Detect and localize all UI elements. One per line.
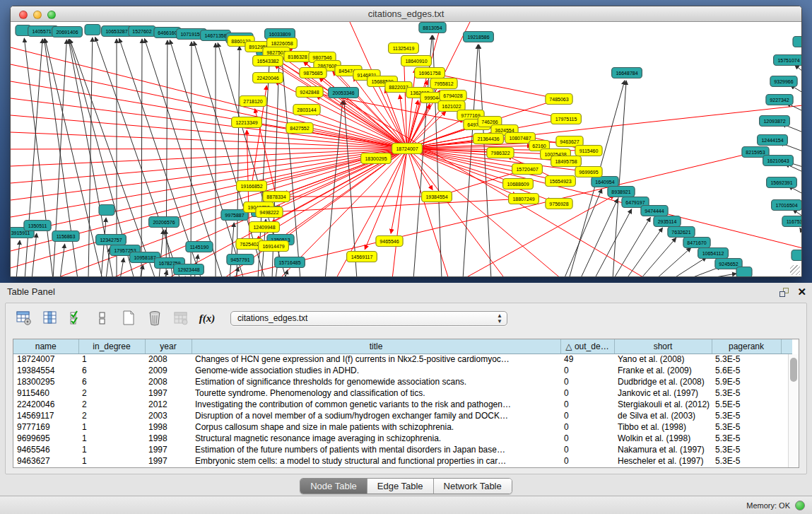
- graph-node[interactable]: 8813054: [419, 23, 446, 33]
- table-cell[interactable]: 18724007: [13, 354, 78, 365]
- table-cell[interactable]: Wolkin et al. (1998): [614, 433, 712, 444]
- table-cell[interactable]: 5.9E-5: [712, 376, 781, 387]
- graph-node[interactable]: 8427552: [286, 123, 313, 134]
- graph-node[interactable]: 9115460: [575, 146, 602, 156]
- table-cell[interactable]: 9463627: [13, 455, 78, 467]
- graph-node[interactable]: 12213349: [232, 117, 262, 128]
- table-cell[interactable]: 2: [78, 387, 145, 399]
- table-cell[interactable]: 0: [560, 376, 614, 387]
- graph-node[interactable]: 9756928: [546, 199, 572, 209]
- table-cell[interactable]: 2008: [145, 376, 192, 387]
- table-cell[interactable]: 2012: [145, 399, 192, 410]
- graph-node[interactable]: 8471670: [683, 238, 710, 248]
- table-row[interactable]: 977716911998Corpus callosum shape and si…: [13, 421, 792, 433]
- table-cell[interactable]: 5.3E-5: [712, 421, 781, 433]
- table-cell[interactable]: 1998: [145, 433, 192, 444]
- graph-node[interactable]: 2803144: [293, 105, 320, 115]
- table-cell[interactable]: 9699695: [13, 433, 78, 444]
- table-cell[interactable]: Estimation of significance thresholds fo…: [192, 376, 560, 387]
- graph-node[interactable]: 15751074: [774, 55, 801, 66]
- table-cell[interactable]: 5.3E-5: [712, 444, 781, 455]
- graph-node[interactable]: [85, 25, 100, 35]
- row-height-icon[interactable]: [94, 310, 111, 327]
- column-checklist-icon[interactable]: [68, 310, 85, 327]
- table-cell[interactable]: 9465546: [13, 444, 78, 455]
- table-settings-icon[interactable]: [16, 310, 33, 327]
- graph-node[interactable]: 8938921: [608, 187, 635, 197]
- graph-node[interactable]: [736, 267, 752, 277]
- graph-node[interactable]: 9474444: [641, 206, 668, 216]
- column-header-4[interactable]: △ out_de…: [560, 339, 614, 354]
- graph-node[interactable]: [793, 37, 801, 47]
- table-cell[interactable]: Hescheler et al. (1997): [614, 455, 712, 467]
- table-cell[interactable]: Estimation of the future numbers of pati…: [192, 444, 560, 455]
- table-row[interactable]: 1456911722003Disruption of a novel membe…: [13, 410, 792, 421]
- table-cell[interactable]: Disruption of a novel member of a sodium…: [192, 410, 560, 421]
- table-cell[interactable]: 22420046: [13, 399, 78, 410]
- table-row[interactable]: 2242004622012Investigating the contribut…: [13, 399, 792, 410]
- column-header-5[interactable]: short: [614, 339, 712, 354]
- table-cell[interactable]: Structural magnetic resonance image aver…: [192, 433, 560, 444]
- close-panel-icon[interactable]: ✕: [797, 287, 806, 297]
- graph-node[interactable]: 9329966: [770, 76, 797, 87]
- table-row[interactable]: 946554611997Estimation of the future num…: [13, 444, 792, 455]
- graph-node[interactable]: 1145190: [186, 242, 213, 252]
- graph-node[interactable]: 15654923: [546, 176, 576, 187]
- graph-node[interactable]: 16210643: [763, 156, 794, 166]
- table-cell[interactable]: Tourette syndrome. Phenomenology and cla…: [192, 387, 560, 399]
- graph-node[interactable]: 10654112: [698, 248, 729, 259]
- window-resize-grip[interactable]: [790, 265, 800, 275]
- table-cell[interactable]: 1: [78, 455, 145, 467]
- column-header-1[interactable]: in_degree: [78, 339, 145, 354]
- graph-node[interactable]: 15720407: [512, 164, 543, 175]
- graph-node[interactable]: 1640954: [592, 177, 618, 187]
- graph-node[interactable]: 9699695: [575, 167, 602, 177]
- graph-node[interactable]: 18640910: [401, 56, 432, 66]
- table-cell[interactable]: 0: [560, 399, 614, 410]
- table-cell[interactable]: 2: [78, 399, 145, 410]
- table-cell[interactable]: 1: [78, 444, 145, 455]
- table-select-dropdown[interactable]: citations_edges.txt ▲▼: [230, 311, 507, 326]
- graph-node[interactable]: 10688609: [503, 179, 534, 189]
- graph-node[interactable]: 9457791: [227, 255, 254, 265]
- table-cell[interactable]: 0: [560, 444, 614, 455]
- table-cell[interactable]: Genome-wide association studies in ADHD.: [192, 365, 560, 376]
- graph-node[interactable]: 18495758: [551, 156, 582, 167]
- column-header-2[interactable]: year: [145, 339, 192, 354]
- graph-node[interactable]: 16543382: [253, 56, 283, 66]
- table-cell[interactable]: Nakamura et al. (1997): [614, 444, 712, 455]
- graph-node[interactable]: 18300295: [361, 153, 392, 164]
- graph-node[interactable]: 16914479: [259, 241, 289, 252]
- graph-node[interactable]: 10653287: [102, 26, 132, 37]
- table-cell[interactable]: Embryonic stem cells: a model to study s…: [192, 455, 560, 467]
- table-cell[interactable]: 1997: [145, 387, 192, 399]
- column-header-3[interactable]: title: [192, 339, 560, 354]
- graph-node[interactable]: 17975115: [551, 114, 582, 124]
- graph-node[interactable]: 1167533: [782, 216, 801, 227]
- graph-node[interactable]: 12444154: [758, 135, 788, 146]
- graph-node[interactable]: 2718120: [240, 96, 266, 107]
- graph-node[interactable]: 12409948: [249, 222, 280, 233]
- tab-node-table[interactable]: Node Table: [300, 479, 367, 493]
- table-cell[interactable]: 1998: [145, 421, 192, 433]
- table-cell[interactable]: 0: [560, 421, 614, 433]
- graph-node[interactable]: 7986322: [487, 148, 514, 158]
- table-cell[interactable]: 5.3E-5: [712, 455, 781, 467]
- graph-node[interactable]: 1350511: [24, 221, 51, 231]
- graph-node[interactable]: 15716485: [275, 257, 305, 268]
- select-column-icon[interactable]: [42, 310, 59, 327]
- function-builder-icon[interactable]: f(x): [199, 310, 216, 327]
- graph-node[interactable]: 17016504: [772, 200, 801, 211]
- table-row[interactable]: 1830029562008Estimation of significance …: [13, 376, 792, 387]
- window-titlebar[interactable]: citations_edges.txt: [11, 6, 801, 22]
- graph-node[interactable]: 12093872: [760, 116, 790, 127]
- graph-node[interactable]: 8186328: [284, 52, 311, 62]
- column-header-0[interactable]: name: [13, 339, 78, 354]
- table-cell[interactable]: 5.6E-5: [712, 365, 781, 376]
- graph-node[interactable]: 18724007: [392, 144, 423, 154]
- graph-node[interactable]: 6794028: [440, 90, 466, 101]
- graph-node[interactable]: 19166852: [237, 181, 267, 192]
- table-cell[interactable]: 49: [560, 354, 614, 365]
- table-cell[interactable]: 0: [560, 410, 614, 421]
- graph-node[interactable]: [792, 250, 801, 261]
